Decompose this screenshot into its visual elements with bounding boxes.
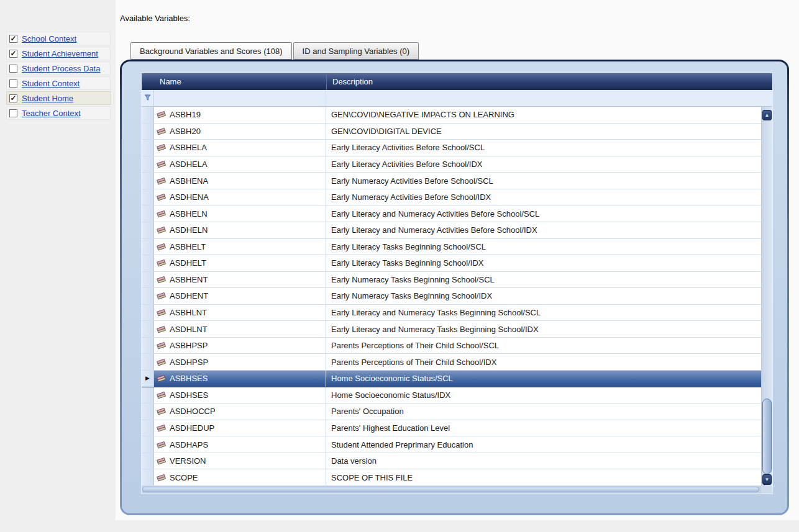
- variable-name-cell[interactable]: ASDHELN: [154, 222, 326, 238]
- sidebar-item-label[interactable]: Student Context: [22, 79, 80, 88]
- variable-row-asdhlnt[interactable]: ▶ ASDHLNT Early Literacy and Numeracy Ta…: [142, 321, 761, 338]
- variable-description-cell[interactable]: Early Literacy Activities Before School/…: [326, 140, 761, 156]
- variable-name-cell[interactable]: ASBHSES: [154, 371, 326, 387]
- sidebar-item-label[interactable]: Student Home: [22, 94, 73, 103]
- dataset-checkbox[interactable]: [9, 79, 17, 88]
- variable-row-asdhses[interactable]: ▶ ASDHSES Home Socioeconomic Status/IDX: [142, 387, 761, 404]
- variable-name-cell[interactable]: ASDHAPS: [154, 436, 326, 453]
- column-header-name[interactable]: Name: [154, 73, 326, 90]
- sidebar-item-label[interactable]: School Context: [22, 34, 76, 43]
- variable-description-cell[interactable]: Early Literacy Tasks Beginning School/ID…: [326, 255, 761, 271]
- variable-name-cell[interactable]: ASBH20: [154, 124, 326, 140]
- variable-description-cell[interactable]: Early Numeracy Activities Before School/…: [326, 173, 761, 189]
- variable-name-cell[interactable]: ASDHELA: [154, 156, 326, 173]
- variable-name-cell[interactable]: ASDHENA: [154, 189, 326, 205]
- variable-row-asdhedup[interactable]: ▶ ASDHEDUP Parents' Highest Education Le…: [142, 420, 761, 437]
- variable-description-cell[interactable]: GEN\COVID\DIGITAL DEVICE: [326, 124, 761, 140]
- variable-name-cell[interactable]: VERSION: [154, 453, 326, 469]
- variable-name-cell[interactable]: ASBHENT: [154, 272, 326, 288]
- variable-description-cell[interactable]: Home Socioeconomic Status/IDX: [326, 387, 761, 404]
- dataset-checkbox[interactable]: [9, 94, 17, 102]
- vertical-scroll-thumb[interactable]: [762, 399, 772, 474]
- variable-row-asdhena[interactable]: ▶ ASDHENA Early Numeracy Activities Befo…: [142, 189, 761, 206]
- variable-row-asbhpsp[interactable]: ▶ ASBHPSP Parents Perceptions of Their C…: [142, 338, 761, 354]
- sidebar-item-student-process-data[interactable]: Student Process Data: [6, 61, 111, 75]
- variable-name-cell[interactable]: ASDHSES: [154, 387, 326, 404]
- sidebar-item-student-achievement[interactable]: Student Achievement: [6, 47, 111, 60]
- variable-description-cell[interactable]: Early Literacy and Numeracy Tasks Beginn…: [326, 321, 761, 337]
- sidebar-item-label[interactable]: Teacher Context: [22, 109, 81, 118]
- dataset-checkbox[interactable]: [9, 35, 17, 43]
- variable-row-asbhent[interactable]: ▶ ASBHENT Early Numeracy Tasks Beginning…: [142, 272, 761, 289]
- variable-name-cell[interactable]: SCOPE: [154, 469, 326, 485]
- variable-description-cell[interactable]: Early Literacy Tasks Beginning School/SC…: [326, 239, 761, 255]
- dataset-checkbox[interactable]: [9, 50, 17, 58]
- variable-row-asdhpsp[interactable]: ▶ ASDHPSP Parents Perceptions of Their C…: [142, 354, 761, 371]
- variable-name-cell[interactable]: ASDHLNT: [154, 321, 326, 337]
- variable-name-cell[interactable]: ASDHOCCP: [154, 404, 326, 420]
- variable-row-asbhlnt[interactable]: ▶ ASBHLNT Early Literacy and Numeracy Ta…: [142, 305, 761, 322]
- variable-row-asbhelt[interactable]: ▶ ASBHELT Early Literacy Tasks Beginning…: [142, 239, 761, 256]
- variable-row-asbhses[interactable]: ▶ ASBHSES Home Socioeconomic Status/SCL: [142, 371, 761, 387]
- horizontal-scroll-track[interactable]: [142, 486, 761, 494]
- variable-row-asbheln[interactable]: ▶ ASBHELN Early Literacy and Numeracy Ac…: [142, 205, 761, 222]
- vertical-scrollbar[interactable]: ▲ ▼: [761, 107, 772, 486]
- variable-row-asdhaps[interactable]: ▶ ASDHAPS Student Attended Preprimary Ed…: [142, 436, 761, 453]
- variable-description-cell[interactable]: Early Numeracy Tasks Beginning School/ID…: [326, 288, 761, 304]
- variable-name-cell[interactable]: ASBHLNT: [154, 305, 326, 321]
- sidebar-item-student-home[interactable]: Student Home: [6, 91, 111, 105]
- dataset-checkbox[interactable]: [9, 109, 17, 117]
- variable-description-cell[interactable]: Parents' Occupation: [326, 404, 761, 420]
- variable-name-cell[interactable]: ASBH19: [154, 107, 326, 123]
- variable-name-cell[interactable]: ASBHELA: [154, 140, 326, 156]
- sidebar-item-school-context[interactable]: School Context: [6, 32, 111, 45]
- variable-description-cell[interactable]: Parents Perceptions of Their Child Schoo…: [326, 338, 761, 354]
- column-header-description[interactable]: Description: [326, 73, 772, 90]
- variable-name-cell[interactable]: ASDHELT: [154, 255, 326, 271]
- variable-name-cell[interactable]: ASDHPSP: [154, 354, 326, 370]
- scroll-down-button[interactable]: ▼: [762, 474, 772, 485]
- variable-description-cell[interactable]: Early Literacy and Numeracy Tasks Beginn…: [326, 305, 761, 321]
- variable-description-cell[interactable]: SCOPE OF THIS FILE: [326, 469, 761, 485]
- scroll-up-button[interactable]: ▲: [762, 110, 772, 120]
- variable-row-asdhent[interactable]: ▶ ASDHENT Early Numeracy Tasks Beginning…: [142, 288, 761, 305]
- variable-description-cell[interactable]: Early Numeracy Activities Before School/…: [326, 189, 761, 205]
- variable-description-cell[interactable]: Student Attended Preprimary Education: [326, 436, 761, 453]
- horizontal-scroll-thumb[interactable]: [142, 487, 759, 492]
- tab-id-and-sampling-variables-0[interactable]: ID and Sampling Variables (0): [293, 42, 419, 60]
- variable-row-asdhoccp[interactable]: ▶ ASDHOCCP Parents' Occupation: [142, 404, 761, 420]
- filter-input-name[interactable]: [154, 90, 326, 106]
- variable-description-cell[interactable]: GEN\COVID\NEGATIVE IMPACTS ON LEARNING: [326, 107, 761, 123]
- variable-description-cell[interactable]: Early Numeracy Tasks Beginning School/SC…: [326, 272, 761, 288]
- tab-background-variables-and-scores-108[interactable]: Background Variables and Scores (108): [130, 42, 292, 60]
- variable-row-version[interactable]: ▶ VERSION Data version: [142, 453, 761, 470]
- variable-name-cell[interactable]: ASBHELN: [154, 205, 326, 222]
- variable-name-cell[interactable]: ASDHEDUP: [154, 420, 326, 436]
- variable-description-cell[interactable]: Early Literacy and Numeracy Activities B…: [326, 205, 761, 222]
- variable-row-asdhelt[interactable]: ▶ ASDHELT Early Literacy Tasks Beginning…: [142, 255, 761, 272]
- variable-row-asbh20[interactable]: ▶ ASBH20 GEN\COVID\DIGITAL DEVICE: [142, 124, 761, 140]
- variable-name-cell[interactable]: ASBHENA: [154, 173, 326, 189]
- variable-description-cell[interactable]: Parents Perceptions of Their Child Schoo…: [326, 354, 761, 370]
- variable-row-asdheln[interactable]: ▶ ASDHELN Early Literacy and Numeracy Ac…: [142, 222, 761, 239]
- variable-name-cell[interactable]: ASBHPSP: [154, 338, 326, 354]
- variable-row-asbhena[interactable]: ▶ ASBHENA Early Numeracy Activities Befo…: [142, 173, 761, 189]
- variable-name-cell[interactable]: ASDHENT: [154, 288, 326, 304]
- variable-description-cell[interactable]: Data version: [326, 453, 761, 469]
- variable-row-asdhela[interactable]: ▶ ASDHELA Early Literacy Activities Befo…: [142, 156, 761, 173]
- sidebar-item-label[interactable]: Student Process Data: [22, 64, 100, 73]
- variable-description-cell[interactable]: Home Socioeconomic Status/SCL: [326, 371, 761, 387]
- variable-row-asbh19[interactable]: ▶ ASBH19 GEN\COVID\NEGATIVE IMPACTS ON L…: [142, 107, 761, 124]
- variable-description-cell[interactable]: Early Literacy Activities Before School/…: [326, 156, 761, 173]
- variable-row-asbhela[interactable]: ▶ ASBHELA Early Literacy Activities Befo…: [142, 140, 761, 156]
- sidebar-item-student-context[interactable]: Student Context: [6, 76, 111, 90]
- filter-input-description[interactable]: [326, 90, 772, 106]
- variable-description-cell[interactable]: Parents' Highest Education Level: [326, 420, 761, 436]
- horizontal-scrollbar[interactable]: [142, 486, 772, 494]
- sidebar-item-teacher-context[interactable]: Teacher Context: [6, 106, 111, 120]
- dataset-checkbox[interactable]: [9, 65, 17, 73]
- sidebar-item-label[interactable]: Student Achievement: [22, 49, 98, 58]
- variable-description-cell[interactable]: Early Literacy and Numeracy Activities B…: [326, 222, 761, 238]
- variable-row-scope[interactable]: ▶ SCOPE SCOPE OF THIS FILE: [142, 469, 761, 486]
- variable-name-cell[interactable]: ASBHELT: [154, 239, 326, 255]
